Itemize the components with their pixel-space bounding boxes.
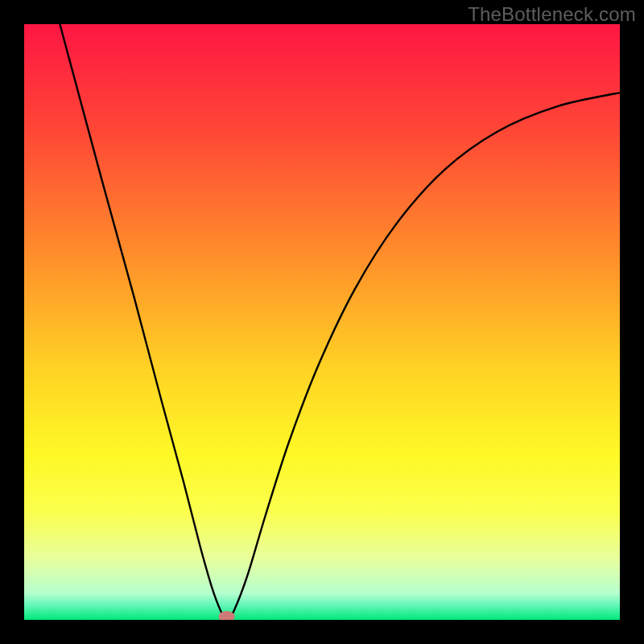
chart-svg — [24, 24, 620, 620]
watermark-text: TheBottleneck.com — [468, 3, 636, 26]
plot-area — [24, 24, 620, 620]
chart-stage: TheBottleneck.com — [0, 0, 644, 644]
gradient-background — [24, 24, 620, 620]
